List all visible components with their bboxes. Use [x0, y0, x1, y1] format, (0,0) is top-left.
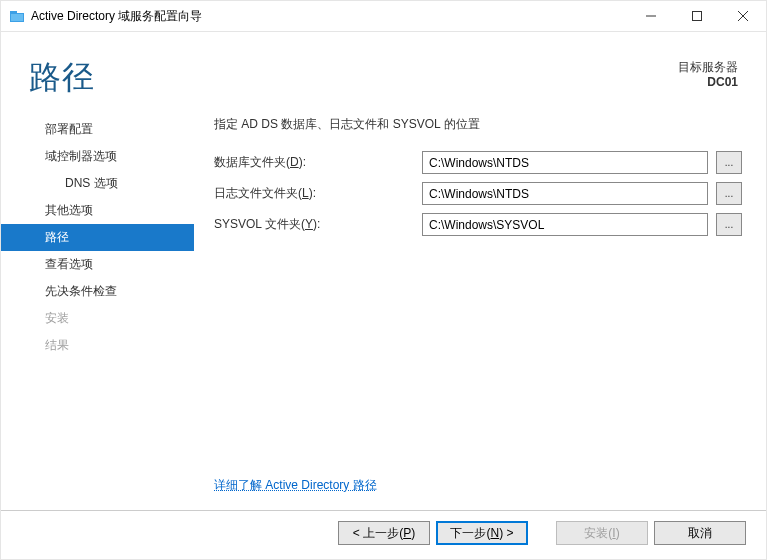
sidebar-item-results: 结果 [1, 332, 194, 359]
sysvol-folder-label: SYSVOL 文件夹(Y): [214, 216, 414, 233]
target-server-label: 目标服务器 [678, 60, 738, 75]
page-title: 路径 [29, 56, 678, 100]
svg-rect-1 [10, 11, 17, 14]
window-title: Active Directory 域服务配置向导 [31, 8, 202, 25]
sidebar-item-dc-options[interactable]: 域控制器选项 [1, 143, 194, 170]
sidebar-item-dns-options[interactable]: DNS 选项 [1, 170, 194, 197]
svg-rect-4 [693, 12, 702, 21]
target-server-box: 目标服务器 DC01 [678, 56, 738, 90]
sidebar: 部署配置 域控制器选项 DNS 选项 其他选项 路径 查看选项 先决条件检查 安… [1, 114, 194, 510]
titlebar: Active Directory 域服务配置向导 [1, 1, 766, 32]
logfiles-folder-label: 日志文件文件夹(L): [214, 185, 414, 202]
more-info-link[interactable]: 详细了解 Active Directory 路径 [214, 477, 377, 494]
logfiles-folder-input[interactable] [422, 182, 708, 205]
install-button: 安装(I) [556, 521, 648, 545]
sysvol-folder-input[interactable] [422, 213, 708, 236]
database-folder-input[interactable] [422, 151, 708, 174]
sidebar-item-review-options[interactable]: 查看选项 [1, 251, 194, 278]
sidebar-item-paths[interactable]: 路径 [1, 224, 194, 251]
header-row: 路径 目标服务器 DC01 [1, 32, 766, 110]
main-panel: 指定 AD DS 数据库、日志文件和 SYSVOL 的位置 数据库文件夹(D):… [194, 114, 744, 510]
database-folder-browse-button[interactable]: ... [716, 151, 742, 174]
body-area: 部署配置 域控制器选项 DNS 选项 其他选项 路径 查看选项 先决条件检查 安… [1, 110, 766, 510]
sidebar-item-additional-options[interactable]: 其他选项 [1, 197, 194, 224]
minimize-button[interactable] [628, 1, 674, 31]
logfiles-folder-browse-button[interactable]: ... [716, 182, 742, 205]
app-icon [9, 8, 25, 24]
previous-button[interactable]: < 上一步(P) [338, 521, 430, 545]
cancel-button[interactable]: 取消 [654, 521, 746, 545]
instruction-text: 指定 AD DS 数据库、日志文件和 SYSVOL 的位置 [214, 116, 744, 133]
svg-rect-2 [11, 14, 23, 21]
sidebar-item-deploy-config[interactable]: 部署配置 [1, 116, 194, 143]
database-folder-label: 数据库文件夹(D): [214, 154, 414, 171]
footer: < 上一步(P) 下一步(N) > 安装(I) 取消 [1, 510, 766, 559]
form-grid: 数据库文件夹(D): ... 日志文件文件夹(L): ... SYSVOL 文件… [214, 151, 744, 236]
sidebar-item-install: 安装 [1, 305, 194, 332]
next-button[interactable]: 下一步(N) > [436, 521, 528, 545]
close-button[interactable] [720, 1, 766, 31]
sysvol-folder-browse-button[interactable]: ... [716, 213, 742, 236]
maximize-button[interactable] [674, 1, 720, 31]
sidebar-item-prereq-check[interactable]: 先决条件检查 [1, 278, 194, 305]
content: 路径 目标服务器 DC01 部署配置 域控制器选项 DNS 选项 其他选项 路径… [1, 32, 766, 559]
target-server-name: DC01 [678, 75, 738, 90]
